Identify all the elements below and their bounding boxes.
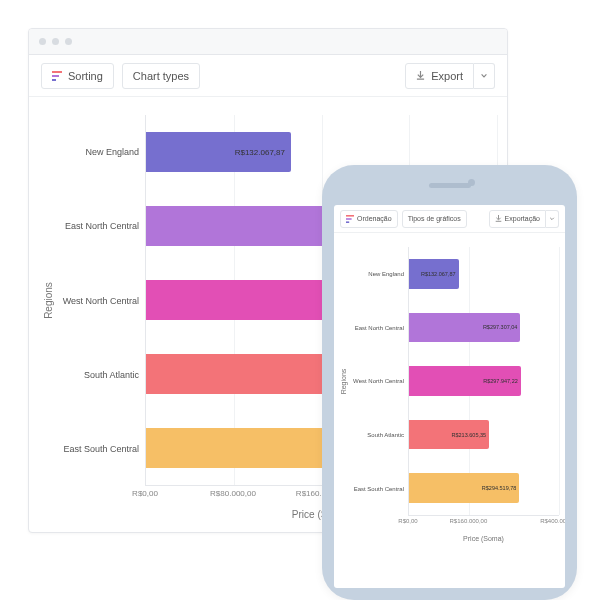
sort-icon [52, 71, 62, 81]
svg-rect-3 [346, 215, 354, 217]
plot-area: R$132.067,87 R$297.307,04 R$297.947,22 R… [408, 247, 559, 516]
export-label: Export [431, 70, 463, 82]
chevron-down-icon [549, 216, 555, 222]
window-dot [52, 38, 59, 45]
y-axis-label: Regions [43, 282, 54, 319]
y-axis-label-wrap: Regions [39, 115, 57, 486]
svg-rect-0 [52, 71, 62, 73]
toolbar: Sorting Chart types Export [29, 55, 507, 97]
y-axis-categories: New England East North Central West Nort… [350, 247, 408, 516]
download-icon [495, 215, 502, 222]
sort-icon [346, 215, 354, 223]
bar-value-label: R$132.067,87 [235, 148, 285, 157]
y-axis-categories: New England East North Central West Nort… [57, 115, 145, 486]
bar-value-label: R$297.307,04 [483, 324, 518, 330]
phone-mock: Ordenação Tipos de gráficos Exportação [322, 165, 577, 600]
export-dropdown-button[interactable] [546, 210, 559, 228]
export-button[interactable]: Exportação [489, 210, 546, 228]
bar-value-label: R$132.067,87 [421, 271, 456, 277]
category-label: East North Central [350, 301, 408, 355]
bar-value-label: R$297.947,22 [483, 378, 518, 384]
bar[interactable]: R$294.519,78 [409, 473, 519, 502]
chart-types-button[interactable]: Tipos de gráficos [402, 210, 467, 228]
window-titlebar [29, 29, 507, 55]
chart-body: Regions New England East North Central W… [338, 247, 559, 516]
category-label: East North Central [57, 189, 145, 263]
bar[interactable]: R$297.947,22 [409, 366, 521, 395]
chart-types-label: Tipos de gráficos [408, 215, 461, 222]
x-axis-ticks: R$0,00 R$160.000,00 R$400.000,00 Price (… [408, 516, 559, 542]
chart-types-button[interactable]: Chart types [122, 63, 200, 89]
bar-value-label: R$213.605,35 [452, 432, 487, 438]
chart-area: Regions New England East North Central W… [334, 233, 565, 548]
bar[interactable]: R$297.307,04 [409, 313, 520, 342]
bar[interactable]: R$132.067,87 [146, 132, 291, 173]
sorting-label: Sorting [68, 70, 103, 82]
x-axis-label: Price (Soma) [463, 535, 504, 542]
x-tick: R$80.000,00 [210, 489, 256, 498]
x-tick: R$0,00 [398, 518, 417, 524]
export-button[interactable]: Export [405, 63, 474, 89]
phone-screen: Ordenação Tipos de gráficos Exportação [334, 205, 565, 588]
category-label: East South Central [57, 412, 145, 486]
chevron-down-icon [480, 72, 488, 80]
window-dot [39, 38, 46, 45]
bars: R$132.067,87 R$297.307,04 R$297.947,22 R… [409, 247, 559, 515]
toolbar: Ordenação Tipos de gráficos Exportação [334, 205, 565, 233]
category-label: South Atlantic [57, 338, 145, 412]
category-label: New England [350, 247, 408, 301]
category-label: East South Central [350, 462, 408, 516]
svg-rect-5 [346, 221, 349, 223]
x-tick: R$160.000,00 [450, 518, 488, 524]
svg-rect-2 [52, 79, 56, 81]
x-tick: R$400.000,00 [540, 518, 565, 524]
y-axis-label-wrap: Regions [338, 247, 350, 516]
export-split-button: Exportação [489, 210, 559, 228]
x-axis: R$0,00 R$160.000,00 R$400.000,00 Price (… [338, 516, 559, 542]
svg-rect-1 [52, 75, 59, 77]
chart-types-label: Chart types [133, 70, 189, 82]
export-dropdown-button[interactable] [474, 63, 495, 89]
sorting-button[interactable]: Ordenação [340, 210, 398, 228]
sorting-label: Ordenação [357, 215, 392, 222]
window-dot [65, 38, 72, 45]
download-icon [416, 71, 425, 80]
category-label: South Atlantic [350, 408, 408, 462]
category-label: West North Central [350, 355, 408, 409]
bar[interactable]: R$213.605,35 [409, 420, 489, 449]
sorting-button[interactable]: Sorting [41, 63, 114, 89]
export-split-button: Export [405, 63, 495, 89]
svg-rect-4 [346, 218, 352, 220]
y-axis-label: Regions [341, 369, 348, 395]
export-label: Exportação [505, 215, 540, 222]
x-tick: R$0,00 [132, 489, 158, 498]
bar[interactable]: R$132.067,87 [409, 259, 459, 288]
bar-value-label: R$294.519,78 [482, 485, 517, 491]
category-label: West North Central [57, 263, 145, 337]
category-label: New England [57, 115, 145, 189]
